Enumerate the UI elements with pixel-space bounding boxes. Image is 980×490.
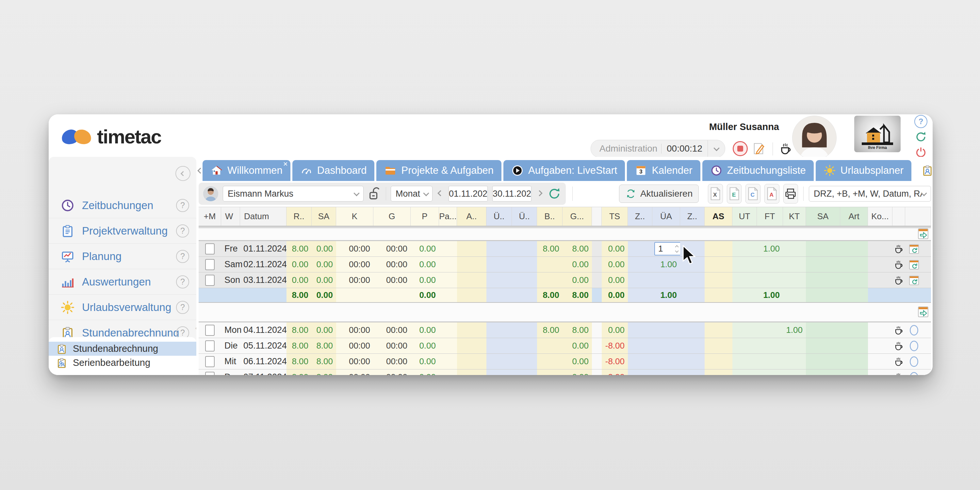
status-circle-icon[interactable] [908, 340, 920, 352]
coffee-icon[interactable] [893, 340, 905, 352]
sidebar-item-planung[interactable]: Planung ? [49, 244, 196, 269]
column-header-ts[interactable]: TS [602, 207, 628, 226]
column-header-kt[interactable]: KT [783, 207, 806, 226]
edit-note-icon[interactable] [751, 141, 766, 156]
calendar-next-icon[interactable] [917, 305, 929, 319]
help-icon[interactable]: ? [176, 199, 189, 212]
column-header-z2[interactable]: Z.. [680, 207, 705, 226]
column-header-art[interactable]: Art [840, 207, 868, 226]
tab-zeitbuchungsliste[interactable]: Zeitbuchungsliste [702, 160, 814, 181]
row-checkbox[interactable] [205, 356, 215, 367]
row-checkbox[interactable] [205, 275, 215, 286]
column-header-g[interactable]: G [373, 207, 410, 226]
calendar-sync-icon[interactable] [908, 275, 920, 286]
export-pdf-icon[interactable]: A [764, 184, 780, 204]
employee-select[interactable]: Eismann Markus [223, 186, 364, 202]
print-icon[interactable] [783, 184, 799, 204]
coffee-icon[interactable] [893, 275, 905, 286]
columns-preset-select[interactable]: DRZ, +B, +M, W, Datum, RA [809, 186, 931, 202]
sidebar-item-projektverwaltung[interactable]: Projektverwaltung ? [49, 218, 196, 244]
row-checkbox[interactable] [205, 372, 215, 375]
status-circle-icon[interactable] [908, 356, 920, 367]
refresh-button[interactable]: Aktualisieren [619, 185, 699, 203]
export-excel-icon[interactable]: E [727, 184, 742, 204]
previous-period-button[interactable] [437, 191, 444, 197]
row-checkbox[interactable] [205, 325, 215, 336]
row-checkbox[interactable] [205, 340, 215, 352]
help-icon[interactable]: ? [176, 275, 189, 288]
column-header-pa[interactable]: Pa... [439, 207, 457, 226]
date-from-input[interactable] [449, 186, 488, 202]
submenu-item-stundenabrechnung[interactable]: Stundenabrechnung [49, 342, 196, 356]
column-header-b[interactable]: B.. [537, 207, 563, 226]
tab-willkommen[interactable]: Willkommen × [202, 160, 290, 181]
column-header-z1[interactable]: Z.. [628, 207, 652, 226]
column-header-g2[interactable]: G... [563, 207, 592, 226]
column-header-k[interactable]: K [336, 207, 373, 226]
coffee-icon[interactable] [893, 259, 905, 270]
employee-avatar[interactable] [203, 186, 218, 201]
period-select[interactable]: Monat [391, 186, 433, 202]
column-header-sa2[interactable]: SA [806, 207, 840, 226]
column-header-ut[interactable]: UT [732, 207, 757, 226]
sidebar-collapse-button[interactable] [175, 166, 191, 181]
close-icon[interactable]: × [283, 160, 288, 168]
help-icon[interactable]: ? [914, 115, 928, 128]
column-header-w[interactable]: W [221, 207, 240, 226]
status-circle-icon[interactable] [908, 372, 920, 375]
column-header-a[interactable]: A.. [457, 207, 487, 226]
column-header-n2[interactable] [905, 207, 931, 226]
row-checkbox[interactable] [205, 243, 215, 255]
timer-task-label[interactable]: Administration [591, 143, 661, 154]
column-header-sa[interactable]: SA [312, 207, 336, 226]
column-header-ft[interactable]: FT [757, 207, 783, 226]
export-csv-icon[interactable]: C [745, 184, 760, 204]
coffee-icon[interactable] [893, 325, 905, 336]
sidebar-item-auswertungen[interactable]: Auswertungen ? [49, 269, 196, 295]
help-icon[interactable]: ? [176, 301, 189, 314]
next-period-button[interactable] [536, 191, 543, 197]
column-header-ua[interactable]: ÜA [652, 207, 680, 226]
tab-stundenabrechnung[interactable]: Stundenabrechnung [913, 160, 932, 181]
coffee-icon[interactable] [893, 243, 905, 255]
calendar-next-icon[interactable] [917, 228, 929, 241]
column-header-r[interactable]: R.. [286, 207, 312, 226]
timer-dropdown-button[interactable] [708, 140, 725, 157]
tab-aufgaben-livestart[interactable]: Aufgaben: LiveStart [503, 160, 625, 181]
coffee-icon[interactable] [893, 356, 905, 367]
column-header-ue2[interactable]: Ü.. [512, 207, 537, 226]
overtime-spinner-input[interactable]: 1 [654, 242, 684, 255]
calendar-sync-icon[interactable] [908, 243, 920, 255]
help-icon[interactable]: ? [176, 250, 189, 263]
coffee-icon[interactable] [893, 372, 905, 375]
column-header-ko[interactable]: Ko... [868, 207, 892, 226]
date-to-input[interactable] [492, 186, 531, 202]
tab-kalender[interactable]: 3 Kalender [627, 160, 700, 181]
column-header-ue1[interactable]: Ü.. [487, 207, 512, 226]
column-header-datum[interactable]: Datum [240, 207, 286, 226]
tab-dashboard[interactable]: Dashboard [293, 160, 375, 181]
sidebar-item-zeitbuchungen[interactable]: Zeitbuchungen ? [49, 193, 196, 218]
status-circle-icon[interactable] [908, 325, 920, 336]
stop-recording-icon[interactable] [733, 141, 748, 156]
row-checkbox[interactable] [205, 259, 215, 270]
column-header-sep[interactable] [592, 207, 602, 226]
task-timer[interactable]: Administration 00:00:12 [590, 140, 725, 158]
submenu-item-serienbearbeitung[interactable]: Serienbearbeitung [49, 356, 196, 370]
user-avatar[interactable] [792, 116, 837, 160]
sidebar-item-urlaubsverwaltung[interactable]: Urlaubsverwaltung ? [49, 295, 196, 320]
reload-period-icon[interactable] [547, 187, 561, 200]
tab-urlaubsplaner[interactable]: Urlaubsplaner [816, 160, 912, 181]
spinner-up-icon[interactable] [675, 245, 678, 248]
refresh-icon[interactable] [914, 130, 928, 143]
column-header-p[interactable]: P [410, 207, 439, 226]
calendar-sync-icon[interactable] [908, 259, 920, 270]
spinner-down-icon[interactable] [675, 249, 678, 253]
column-header-n1[interactable] [892, 207, 905, 226]
break-coffee-icon[interactable] [778, 141, 794, 156]
lock-open-icon[interactable] [368, 186, 381, 201]
help-icon[interactable]: ? [176, 224, 189, 237]
column-header-m[interactable]: +M [199, 207, 221, 226]
export-xlsx-icon[interactable]: X [708, 184, 723, 204]
tabs-scroll-left-button[interactable] [198, 160, 202, 181]
